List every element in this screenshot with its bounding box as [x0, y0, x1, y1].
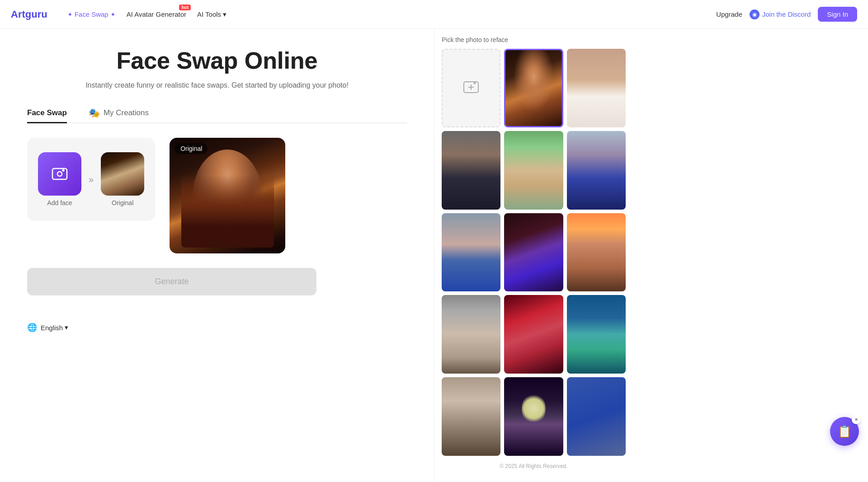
- chat-close-button[interactable]: ×: [852, 415, 861, 424]
- photo-grid: [442, 49, 626, 456]
- chat-button[interactable]: 📋 ×: [830, 417, 859, 446]
- hot-badge: hot: [179, 5, 191, 10]
- content-area: Face Swap Online Instantly create funny …: [0, 29, 434, 482]
- sparkle-icon: ✦: [110, 11, 116, 18]
- arrow-icon: »: [89, 174, 94, 185]
- swap-area: Add face » Original Original: [27, 138, 407, 253]
- add-face-label: Add face: [47, 199, 72, 206]
- footer: 🌐 English ▾: [27, 323, 407, 332]
- photo-item-14[interactable]: [567, 377, 626, 456]
- navbar: Artguru ✦ Face Swap ✦ AI Avatar Generato…: [0, 0, 868, 29]
- add-photo-icon: [51, 165, 69, 183]
- star-icon: ✦: [67, 11, 73, 18]
- page-subtitle: Instantly create funny or realistic face…: [27, 81, 407, 89]
- photo-item-9[interactable]: [442, 295, 500, 374]
- nav-right: Upgrade ◉ Join the Discord Sign In: [716, 7, 857, 22]
- signin-button[interactable]: Sign In: [818, 7, 857, 22]
- language-label: English: [41, 324, 63, 332]
- photo-item-8[interactable]: [567, 213, 626, 292]
- nav-face-swap[interactable]: ✦ Face Swap ✦: [62, 0, 121, 29]
- globe-icon: 🌐: [27, 323, 37, 332]
- tab-my-creations[interactable]: 🎭 My Creations: [89, 104, 149, 123]
- nav-ai-tools-label: AI Tools: [197, 10, 221, 18]
- discord-icon: ◉: [750, 9, 760, 19]
- photo-item-3[interactable]: [442, 131, 500, 210]
- nav-ai-avatar-label: AI Avatar Generator: [127, 10, 186, 18]
- original-thumbnail: [101, 152, 144, 196]
- creations-emoji: 🎭: [89, 108, 100, 118]
- logo[interactable]: Artguru: [11, 9, 47, 20]
- photo-item-1[interactable]: [504, 49, 563, 127]
- nav-face-swap-label: Face Swap: [75, 10, 108, 18]
- language-selector[interactable]: English ▾: [41, 323, 68, 332]
- language-chevron-icon: ▾: [65, 323, 68, 332]
- photo-item-4[interactable]: [504, 131, 563, 210]
- discord-label: Join the Discord: [762, 10, 811, 18]
- nav-ai-avatar[interactable]: AI Avatar Generator hot: [121, 0, 192, 29]
- discord-button[interactable]: ◉ Join the Discord: [750, 9, 811, 19]
- generate-button[interactable]: Generate: [27, 268, 316, 295]
- original-image-container: Original: [170, 138, 407, 253]
- photo-item-7[interactable]: [504, 213, 563, 292]
- photo-item-2[interactable]: [567, 49, 626, 127]
- upload-photo-slot[interactable]: [442, 49, 500, 127]
- photo-item-12[interactable]: [442, 377, 500, 456]
- close-icon: ×: [854, 416, 858, 423]
- panel-title: Pick the photo to reface: [442, 36, 626, 43]
- tab-my-creations-label: My Creations: [104, 108, 149, 117]
- upload-icon: [463, 79, 479, 97]
- photo-item-10[interactable]: [504, 295, 563, 374]
- original-badge: Original: [175, 143, 208, 154]
- copyright: © 2025 All Rights Reserved.: [442, 463, 626, 473]
- face-row: Add face » Original: [38, 152, 144, 206]
- photo-item-5[interactable]: [567, 131, 626, 210]
- right-panel: Pick the photo to reface: [434, 29, 633, 482]
- tab-face-swap[interactable]: Face Swap: [27, 104, 67, 123]
- svg-point-1: [57, 172, 62, 176]
- chat-icon: 📋: [837, 425, 852, 439]
- svg-rect-0: [52, 168, 67, 179]
- nav-ai-tools[interactable]: AI Tools ▾: [192, 0, 232, 29]
- face-upload-section: Add face » Original: [27, 138, 155, 221]
- original-image: [170, 138, 285, 253]
- photo-item-13[interactable]: [504, 377, 563, 456]
- original-label: Original: [112, 199, 133, 206]
- photo-item-6[interactable]: [442, 213, 500, 292]
- photo-item-11[interactable]: [567, 295, 626, 374]
- main-layout: Face Swap Online Instantly create funny …: [0, 29, 868, 482]
- tabs: Face Swap 🎭 My Creations: [27, 104, 407, 123]
- tab-face-swap-label: Face Swap: [27, 108, 67, 117]
- add-face-button[interactable]: [38, 152, 81, 196]
- page-title: Face Swap Online: [27, 47, 407, 74]
- chevron-down-icon: ▾: [223, 10, 226, 19]
- upgrade-button[interactable]: Upgrade: [716, 10, 742, 18]
